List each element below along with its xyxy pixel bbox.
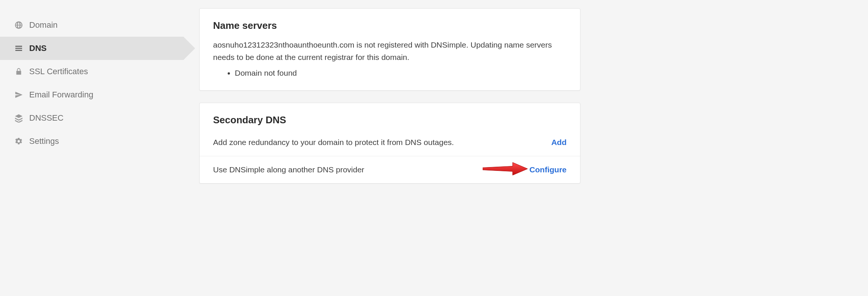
sidebar-item-label: Settings bbox=[29, 136, 59, 146]
nameservers-title: Name servers bbox=[213, 20, 567, 31]
sidebar-item-label: DNS bbox=[29, 43, 46, 53]
nameservers-body: aosnuho12312323nthoaunthoeunth.com is no… bbox=[213, 39, 567, 63]
secondary-dns-row-text: Use DNSimple along another DNS provider bbox=[213, 165, 364, 174]
nameservers-card: Name servers aosnuho12312323nthoaunthoeu… bbox=[199, 8, 580, 91]
sidebar-item-email-forwarding[interactable]: Email Forwarding bbox=[0, 83, 183, 106]
svg-rect-2 bbox=[15, 50, 22, 51]
sidebar: Domain DNS SSL Certificates Email Forwar… bbox=[0, 0, 183, 296]
sidebar-item-domain[interactable]: Domain bbox=[0, 13, 183, 37]
sidebar-item-settings[interactable]: Settings bbox=[0, 130, 183, 153]
sidebar-item-label: DNSSEC bbox=[29, 113, 64, 123]
sidebar-item-label: Email Forwarding bbox=[29, 90, 93, 100]
gear-icon bbox=[13, 136, 24, 147]
stack-icon bbox=[13, 113, 24, 123]
main-content: Name servers aosnuho12312323nthoaunthoeu… bbox=[183, 0, 580, 296]
secondary-dns-row-redundancy: Add zone redundancy to your domain to pr… bbox=[200, 136, 580, 156]
configure-button[interactable]: Configure bbox=[529, 165, 567, 174]
svg-rect-0 bbox=[15, 46, 22, 47]
svg-marker-3 bbox=[483, 163, 528, 175]
nameservers-errors: Domain not found bbox=[235, 69, 567, 78]
add-button[interactable]: Add bbox=[551, 138, 567, 147]
send-icon bbox=[13, 90, 24, 100]
sidebar-item-dnssec[interactable]: DNSSEC bbox=[0, 106, 183, 130]
secondary-dns-card: Secondary DNS Add zone redundancy to you… bbox=[199, 103, 580, 184]
sidebar-item-label: Domain bbox=[29, 20, 58, 30]
lock-icon bbox=[13, 66, 24, 77]
sidebar-item-dns[interactable]: DNS bbox=[0, 37, 183, 60]
globe-icon bbox=[13, 20, 24, 30]
svg-rect-1 bbox=[15, 48, 22, 49]
nameservers-error-item: Domain not found bbox=[235, 69, 567, 78]
secondary-dns-row-text: Add zone redundancy to your domain to pr… bbox=[213, 138, 454, 147]
secondary-dns-row-provider: Use DNSimple along another DNS provider … bbox=[200, 156, 580, 183]
secondary-dns-title: Secondary DNS bbox=[213, 114, 567, 126]
sidebar-item-ssl[interactable]: SSL Certificates bbox=[0, 60, 183, 83]
sidebar-item-label: SSL Certificates bbox=[29, 67, 88, 76]
list-icon bbox=[13, 43, 24, 54]
annotation-arrow-icon bbox=[483, 161, 528, 178]
